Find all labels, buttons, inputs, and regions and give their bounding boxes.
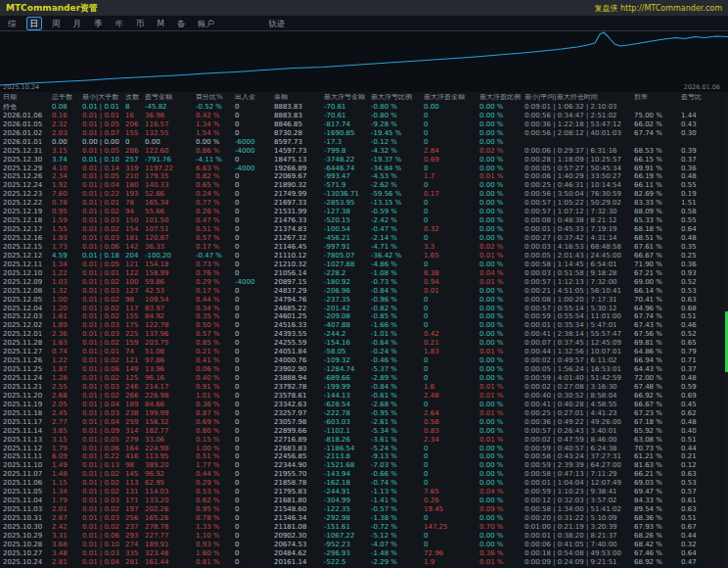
table-row[interactable]: 2026.01.010.000.00 | 0.0000.000.00 %-600… <box>0 138 728 147</box>
col-header-deposit-withdraw[interactable]: 出入金 <box>235 94 274 101</box>
col-header-balance[interactable]: 余额 <box>274 94 324 101</box>
table-row[interactable]: 2025.11.041.790.01 | 0.03171133.200.62 %… <box>0 497 728 505</box>
table-row[interactable]: 2025.12.124.590.01 | 0.18204-100.20-0.47… <box>0 252 728 260</box>
cell-win-rate: 68.36 % <box>634 515 681 522</box>
table-row[interactable]: 2025.12.031.610.01 | 0.0215584.920.35 %0… <box>0 313 728 322</box>
table-row[interactable]: 2025.11.071.480.01 | 0.0214596.920.44 %0… <box>0 470 728 479</box>
col-header-min-max-lots[interactable]: 最小|大手数 <box>82 94 125 101</box>
table-row[interactable]: 2025.11.133.150.01 | 0.0527933.060.15 %0… <box>0 436 728 445</box>
col-header-pnl-amount[interactable]: 盈亏金额 <box>145 94 196 101</box>
table-row[interactable]: 2025.10.302.420.01 | 0.02237278.781.33 %… <box>0 523 728 532</box>
col-header-max-float-loss[interactable]: 最大浮亏金额 <box>324 94 371 101</box>
toolbar-item-day[interactable]: 日 <box>26 17 43 30</box>
table-row[interactable]: 2025.11.212.550.01 | 0.03246214.170.91 %… <box>0 383 728 392</box>
cell-win-rate: 82.69 % <box>634 191 681 198</box>
cell-pl-ratio: 0.93 <box>681 270 721 277</box>
table-row[interactable]: 2025.12.181.590.01 | 0.03150101.500.47 %… <box>0 216 728 225</box>
table-row[interactable]: 2025.12.021.890.01 | 0.03175122.780.50 %… <box>0 321 728 330</box>
table-row[interactable]: 2025.10.273.480.01 | 0.03335323.481.60 %… <box>0 549 728 558</box>
cell-balance: 21267.32 <box>274 235 324 242</box>
col-header-total-lots[interactable]: 总手数 <box>52 94 82 101</box>
table-row[interactable]: 2025.12.012.360.01 | 0.03225137.960.57 %… <box>0 330 728 339</box>
table-row[interactable]: 2025.11.192.050.01 | 0.0418984.660.36 %0… <box>0 401 728 409</box>
cell-balance: 21531.99 <box>274 209 324 215</box>
col-header-max-float-loss-pct[interactable]: 最大浮亏比例 <box>371 94 424 101</box>
toolbar-item-quarter[interactable]: 季 <box>91 18 106 29</box>
col-header-count[interactable]: 次数 <box>125 94 145 101</box>
cell-hold-time: 0:00:36 | 0:49:22 | 49:26:00 <box>524 419 634 426</box>
cell-date: 2025.11.24 <box>3 375 52 382</box>
toolbar-item-account[interactable]: 账户 <box>195 18 217 29</box>
table-row[interactable]: 2026.01.022.030.01 | 0.07155132.551.54 %… <box>0 129 728 138</box>
cell-count: 259 <box>125 419 145 426</box>
table-row[interactable]: 2025.11.121.790.01 | 0.06164224.981.00 %… <box>0 445 728 453</box>
table-row[interactable]: 2025.11.032.010.01 | 0.02197202.260.95 %… <box>0 505 728 514</box>
cell-pl-ratio: 0.55 <box>681 217 721 224</box>
table-row[interactable]: 2025.12.294.100.01 | 0.143191197.226.63 … <box>0 165 728 173</box>
table-row[interactable]: 2025.10.293.310.01 | 0.06293227.771.10 %… <box>0 532 728 541</box>
table-row[interactable]: 2025.11.281.630.01 | 0.02159203.750.85 %… <box>0 339 728 348</box>
col-header-win-rate[interactable]: 胜率 <box>634 94 681 101</box>
table-row[interactable]: 2025.12.051.000.01 | 0.0298109.540.44 %0… <box>0 296 728 305</box>
toolbar-item-zong[interactable]: 综 <box>5 18 20 29</box>
toolbar-item-bei[interactable]: 备 <box>174 18 189 29</box>
table-row[interactable]: 2025.12.237.600.01 | 0.2219352.660.24 %0… <box>0 190 728 199</box>
toolbar-item-year[interactable]: 年 <box>113 18 127 29</box>
table-row[interactable]: 2025.12.220.780.01 | 0.0178165.340.77 %0… <box>0 199 728 208</box>
toolbar-item-currency[interactable]: 币 <box>133 18 148 29</box>
table-row[interactable]: 2025.11.143.850.01 | 0.09314182.770.80 %… <box>0 427 728 436</box>
col-header-pl-ratio[interactable]: 盈亏比 <box>681 94 721 101</box>
table-row[interactable]: 2025.11.251.870.01 | 0.0614913.960.06 %0… <box>0 365 728 374</box>
toolbar-item-m[interactable]: M <box>155 18 167 29</box>
table-row[interactable]: 2025.12.081.320.01 | 0.0312742.530.17 %0… <box>0 287 728 296</box>
table-row[interactable]: 2025.10.312.670.01 | 0.03256165.260.78 %… <box>0 514 728 523</box>
table-row[interactable]: 2025.11.182.450.01 | 0.03238199.990.87 %… <box>0 409 728 418</box>
table-row[interactable]: 2025.12.161.930.01 | 0.03181120.870.57 %… <box>0 234 728 243</box>
table-row[interactable]: 2025.11.270.740.01 | 0.017451.080.21 %02… <box>0 348 728 356</box>
cell-deposit-withdraw: -4000 <box>235 166 274 172</box>
table-row[interactable]: 2025.12.262.340.01 | 0.05210179.350.82 %… <box>0 173 728 182</box>
cell-pnl-amount: -100.20 <box>145 253 196 260</box>
table-row[interactable]: 2025.12.091.030.01 | 0.0210059.860.29 %-… <box>0 278 728 287</box>
table-row[interactable]: 2025.12.171.550.01 | 0.02154107.510.51 %… <box>0 225 728 234</box>
cell-total-lots: 0.16 <box>52 113 82 119</box>
table-row[interactable]: 2025.11.061.150.01 | 0.0211362.950.29 %0… <box>0 479 728 488</box>
col-header-date[interactable]: 日期 <box>3 94 52 101</box>
table-row[interactable]: 2025.11.241.280.01 | 0.0212596.160.40 %0… <box>0 374 728 383</box>
table-row[interactable]: 2025.11.202.680.01 | 0.02266226.981.01 %… <box>0 392 728 401</box>
table-row[interactable]: 2025.11.101.490.01 | 0.1398389.201.77 %0… <box>0 461 728 470</box>
cell-min-max-lots: 0.01 | 0.01 <box>82 200 125 207</box>
table-row[interactable]: 2025.11.172.770.01 | 0.04259158.320.69 %… <box>0 418 728 427</box>
table-row[interactable]: 2025.12.313.150.01 | 0.05286122.600.86 %… <box>0 147 728 156</box>
col-header-max-float-profit-pct[interactable]: 最大浮盈比例 <box>479 94 524 101</box>
brand-link[interactable]: 复盘侠 http://MTCommander.com <box>594 3 722 14</box>
table-row[interactable]: 2026.01.052.320.01 | 0.05206116.571.34 %… <box>0 120 728 129</box>
table-row[interactable]: 2025.12.303.740.01 | 0.10257-791.76-4.11… <box>0 156 728 165</box>
col-header-pnl-percent[interactable]: 百分比% <box>196 94 235 101</box>
table-row[interactable]: 2025.12.190.950.01 | 0.029455.660.26 %02… <box>0 208 728 216</box>
table-row[interactable]: 2025.12.041.200.01 | 0.0211783.970.34 %0… <box>0 305 728 313</box>
table-row[interactable]: 2025.12.151.730.01 | 0.0614236.330.17 %0… <box>0 243 728 252</box>
cell-hold-time: 0:00:18 | 0:54:08 | 49:53:00 <box>524 550 634 557</box>
col-header-hold-time[interactable]: 最小|平均|最大持仓时间 <box>524 94 634 101</box>
table-row[interactable]: 2025.11.261.220.01 | 0.0212197.860.41 %0… <box>0 356 728 365</box>
toolbar-item-week[interactable]: 周 <box>49 18 64 29</box>
cell-pl-ratio: 0.39 <box>681 148 721 155</box>
toolbar-item-trail[interactable]: 轨迹 <box>265 18 288 29</box>
cell-total-lots: 3.31 <box>52 533 82 540</box>
table-row[interactable]: 持仓0.080.01 | 0.018-45.82-0.52 %08883.83-… <box>0 103 728 112</box>
cell-hold-time: 0:00:56 | 3:50:04 | 76:30:59 <box>524 191 634 198</box>
table-row[interactable]: 2025.12.101.220.01 | 0.01122158.990.76 %… <box>0 269 728 278</box>
cell-max-float-profit-pct: 0.00 % <box>479 200 524 207</box>
col-header-max-float-profit[interactable]: 最大浮盈金额 <box>424 94 479 101</box>
table-row[interactable]: 2025.11.116.090.01 | 0.22416113.950.51 %… <box>0 453 728 462</box>
table-row[interactable]: 2025.10.283.680.01 | 0.10274189.910.93 %… <box>0 541 728 549</box>
toolbar-item-month[interactable]: 月 <box>70 18 85 29</box>
table-row[interactable]: 2025.11.051.340.01 | 0.02131114.030.53 %… <box>0 488 728 497</box>
vertical-scrollbar[interactable] <box>724 94 728 568</box>
table-row[interactable]: 2025.12.241.920.01 | 0.04180140.330.65 %… <box>0 181 728 190</box>
table-row[interactable]: 2025.12.111.340.01 | 0.05121154.180.73 %… <box>0 260 728 269</box>
cell-pl-ratio: 0.48 <box>681 173 721 180</box>
table-row[interactable]: 2025.10.242.810.01 | 0.04281161.440.81 %… <box>0 558 728 567</box>
table-row[interactable]: 2026.01.060.160.01 | 0.011636.980.42 %08… <box>0 112 728 120</box>
